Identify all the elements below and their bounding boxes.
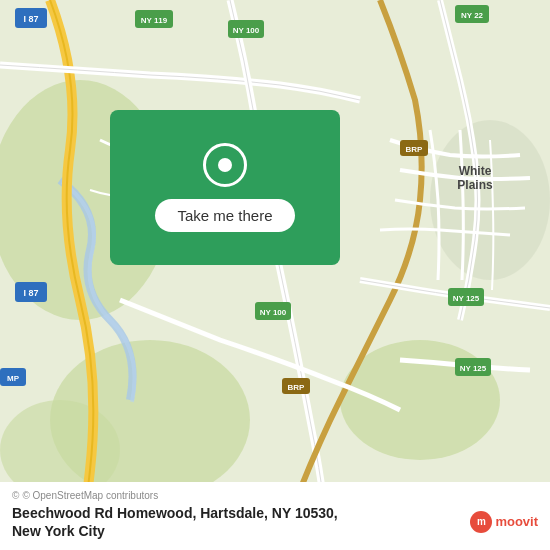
moovit-label: moovit: [495, 514, 538, 529]
address-line1: Beechwood Rd Homewood, Hartsdale, NY 105…: [12, 504, 338, 522]
osm-attribution: © OpenStreetMap contributors: [22, 490, 158, 501]
location-pin: [203, 143, 247, 187]
address-line2: New York City: [12, 522, 338, 540]
moovit-logo: m moovit: [470, 511, 538, 533]
svg-text:Plains: Plains: [457, 178, 493, 192]
copyright-symbol: ©: [12, 490, 19, 501]
moovit-icon: m: [470, 511, 492, 533]
svg-text:BRP: BRP: [406, 145, 424, 154]
svg-text:NY 22: NY 22: [461, 11, 484, 20]
address-row: Beechwood Rd Homewood, Hartsdale, NY 105…: [12, 504, 538, 540]
action-panel: Take me there: [110, 110, 340, 265]
bottom-bar: © © OpenStreetMap contributors Beechwood…: [0, 482, 550, 550]
take-me-there-button[interactable]: Take me there: [155, 199, 294, 232]
map-container: I 87 NY 119 NY 100 NY 22 BRP White Plain…: [0, 0, 550, 550]
svg-text:White: White: [459, 164, 492, 178]
svg-text:MP: MP: [7, 374, 20, 383]
svg-text:I 87: I 87: [23, 288, 38, 298]
svg-text:BRP: BRP: [288, 383, 306, 392]
svg-text:NY 100: NY 100: [233, 26, 260, 35]
address-block: Beechwood Rd Homewood, Hartsdale, NY 105…: [12, 504, 338, 540]
attribution-row: © © OpenStreetMap contributors: [12, 490, 538, 501]
moovit-icon-text: m: [477, 516, 486, 527]
svg-text:NY 100: NY 100: [260, 308, 287, 317]
pin-dot: [218, 158, 232, 172]
map-roads: I 87 NY 119 NY 100 NY 22 BRP White Plain…: [0, 0, 550, 550]
svg-text:NY 125: NY 125: [453, 294, 480, 303]
svg-text:NY 119: NY 119: [141, 16, 168, 25]
svg-text:I 87: I 87: [23, 14, 38, 24]
svg-text:NY 125: NY 125: [460, 364, 487, 373]
